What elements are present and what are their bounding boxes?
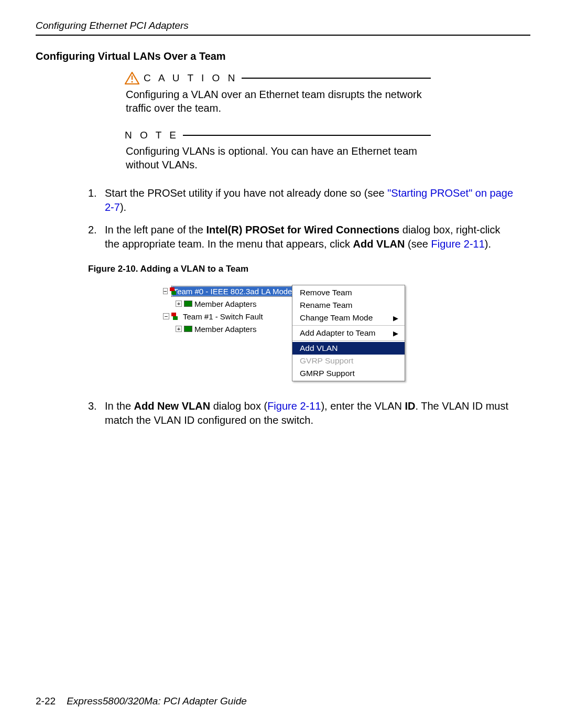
text: Start the PROSet utility if you have not… (105, 187, 387, 199)
text: In the left pane of the (105, 224, 206, 235)
adapter-icon (184, 326, 192, 332)
menu-change-team-mode[interactable]: Change Team Mode ▶ (292, 312, 405, 324)
step-number: 3. (88, 399, 105, 427)
text: dialog box ( (210, 400, 267, 412)
menu-label: Rename Team (300, 301, 353, 310)
menu-label: GMRP Support (300, 369, 355, 378)
menu-label: Add VLAN (300, 344, 338, 353)
running-header-title: Configuring Ethernet PCI Adapters (36, 20, 530, 35)
link-figure-2-11[interactable]: Figure 2-11 (267, 400, 321, 412)
note-rule (183, 135, 431, 136)
figure-screenshot: − Team #0 - IEEE 802.3ad LA Mode + Membe… (161, 285, 405, 381)
step-body: In the Add New VLAN dialog box (Figure 2… (105, 399, 515, 427)
svg-point-2 (132, 81, 133, 83)
menu-gmrp-support[interactable]: GMRP Support (292, 367, 405, 380)
tree-label: Team #1 - Switch Fault (183, 312, 263, 321)
menu-add-vlan[interactable]: Add VLAN (292, 342, 405, 355)
caution-label: C A U T I O N (144, 72, 237, 84)
caution-icon (125, 72, 139, 84)
menu-group: Remove Team Rename Team Change Team Mode… (292, 285, 405, 326)
menu-label: Add Adapter to Team (300, 328, 375, 338)
caution-header: C A U T I O N (125, 72, 431, 84)
text: (see (405, 238, 431, 250)
caution-callout: C A U T I O N Configuring a VLAN over an… (125, 72, 431, 115)
tree-item-members1[interactable]: + Member Adapters (161, 323, 292, 335)
text: In the (105, 400, 134, 412)
menu-group: Add VLAN GVRP Support GMRP Support (292, 341, 405, 381)
note-header: N O T E (125, 130, 431, 141)
figure-caption: Figure 2-10. Adding a VLAN to a Team (88, 264, 530, 274)
step-2: 2. In the left pane of the Intel(R) PROS… (88, 223, 515, 251)
page-number: 2-22 (36, 695, 56, 706)
tree-pane: − Team #0 - IEEE 802.3ad LA Mode + Membe… (161, 285, 292, 381)
expand-icon[interactable]: + (176, 301, 182, 307)
menu-label: Remove Team (300, 288, 352, 297)
link-figure-2-11[interactable]: Figure 2-11 (431, 238, 485, 250)
menu-group: Add Adapter to Team ▶ (292, 326, 405, 341)
context-menu: Remove Team Rename Team Change Team Mode… (292, 285, 405, 381)
bold-text: Intel(R) PROSet for Wired Connections (206, 224, 399, 235)
tree-label: Member Adapters (194, 325, 256, 334)
figure-2-10: − Team #0 - IEEE 802.3ad LA Mode + Membe… (36, 285, 530, 381)
tree-label: Member Adapters (194, 299, 256, 308)
page-header: Configuring Ethernet PCI Adapters (36, 20, 530, 36)
menu-gvrp-support: GVRP Support (292, 355, 405, 367)
step-3: 3. In the Add New VLAN dialog box (Figur… (88, 399, 515, 427)
tree-item-team1[interactable]: − Team #1 - Switch Fault (161, 310, 292, 323)
expand-icon[interactable]: + (176, 326, 182, 332)
bold-text: ID (405, 400, 416, 412)
section-heading: Configuring Virtual LANs Over a Team (36, 50, 530, 62)
submenu-arrow-icon: ▶ (393, 329, 398, 337)
page-footer: 2-22 Express5800/320Ma: PCI Adapter Guid… (36, 695, 247, 707)
collapse-icon[interactable]: − (163, 288, 168, 294)
menu-label: Change Team Mode (300, 313, 373, 323)
submenu-arrow-icon: ▶ (393, 314, 398, 322)
adapter-icon (184, 301, 192, 307)
step-1: 1. Start the PROSet utility if you have … (88, 186, 515, 215)
tree-selected-label: Team #0 - IEEE 802.3ad LA Mode (172, 286, 294, 296)
note-callout: N O T E Configuring VLANs is optional. Y… (125, 130, 431, 172)
team-icon (171, 313, 181, 320)
menu-remove-team[interactable]: Remove Team (292, 286, 405, 299)
note-body: Configuring VLANs is optional. You can h… (126, 144, 431, 172)
tree-item-team0[interactable]: − Team #0 - IEEE 802.3ad LA Mode (161, 285, 292, 297)
collapse-icon[interactable]: − (163, 313, 169, 319)
step-body: In the left pane of the Intel(R) PROSet … (105, 223, 515, 251)
text: ). (485, 238, 491, 250)
bold-text: Add VLAN (353, 238, 405, 250)
step-body: Start the PROSet utility if you have not… (105, 186, 515, 215)
step-number: 1. (88, 186, 105, 215)
caution-body: Configuring a VLAN over an Ethernet team… (126, 88, 431, 115)
menu-label: GVRP Support (300, 356, 353, 366)
tree-item-members0[interactable]: + Member Adapters (161, 297, 292, 310)
steps-list: 1. Start the PROSet utility if you have … (88, 186, 515, 251)
text: ). (120, 201, 126, 213)
footer-title: Express5800/320Ma: PCI Adapter Guide (67, 695, 247, 706)
text: ), enter the VLAN (321, 400, 405, 412)
steps-list-continued: 3. In the Add New VLAN dialog box (Figur… (88, 399, 515, 427)
step-number: 2. (88, 223, 105, 251)
header-rule (36, 35, 530, 36)
caution-rule (242, 78, 431, 79)
menu-rename-team[interactable]: Rename Team (292, 299, 405, 312)
bold-text: Add New VLAN (134, 400, 211, 412)
menu-add-adapter[interactable]: Add Adapter to Team ▶ (292, 327, 405, 339)
note-label: N O T E (125, 130, 179, 141)
